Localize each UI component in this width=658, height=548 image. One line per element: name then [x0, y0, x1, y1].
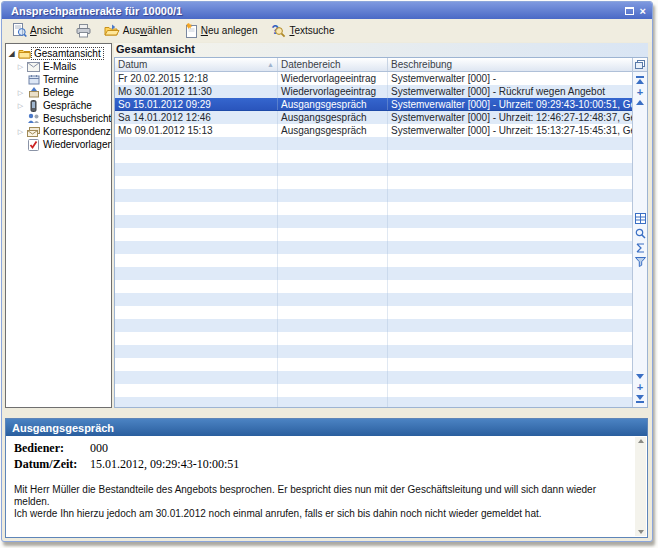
table-row-empty[interactable]: [115, 267, 632, 280]
cell: [388, 384, 632, 397]
table-row[interactable]: So 15.01.2012 09:29AusgangsgesprächSyste…: [115, 98, 632, 111]
detail-fields: Bediener: 000 Datum/Zeit: 15.01.2012, 09…: [6, 436, 647, 472]
cell: [115, 384, 278, 397]
table-row-empty[interactable]: [115, 306, 632, 319]
envelope-icon: [26, 62, 41, 72]
table-row-empty[interactable]: [115, 293, 632, 306]
table-row[interactable]: Sa 14.01.2012 12:46AusgangsgesprächSyste…: [115, 111, 632, 124]
table-row-empty[interactable]: [115, 280, 632, 293]
table-row-empty[interactable]: [115, 384, 632, 397]
grid-settings-icon[interactable]: [635, 213, 646, 224]
table-row-empty[interactable]: [115, 202, 632, 215]
tree-expanded-icon[interactable]: ◢: [6, 49, 17, 58]
cell: [115, 345, 278, 358]
sidebar-item-termine[interactable]: Termine: [6, 73, 111, 86]
sidebar-item-gespraeche[interactable]: ▷ Gespräche: [6, 99, 111, 112]
table-row-empty[interactable]: [115, 228, 632, 241]
jump-last-icon[interactable]: [636, 395, 644, 403]
table-row[interactable]: Mo 09.01.2012 15:13AusgangsgesprächSyste…: [115, 124, 632, 137]
table-row[interactable]: Mo 30.01.2012 11:30WiedervorlageeintragS…: [115, 85, 632, 98]
ansicht-button[interactable]: Ansicht: [7, 21, 68, 40]
cell: [278, 371, 388, 384]
table-row-empty[interactable]: [115, 189, 632, 202]
sidebar-item-wiedervorlagen[interactable]: Wiedervorlagen: [6, 138, 111, 151]
table-row-empty[interactable]: [115, 397, 632, 407]
sidebar-item-besuchsberichte[interactable]: Besuchsberichte: [6, 112, 111, 125]
table-row-empty[interactable]: [115, 163, 632, 176]
page-up-icon[interactable]: +: [637, 88, 643, 96]
table-row-empty[interactable]: [115, 371, 632, 384]
sidebar-item-gesamtansicht[interactable]: ◢ Gesamtansicht: [6, 47, 111, 60]
cell: [278, 202, 388, 215]
table-row-empty[interactable]: [115, 137, 632, 150]
column-header-datum[interactable]: Datum ▲: [115, 58, 278, 71]
cell: [388, 228, 632, 241]
scroll-down-icon[interactable]: [638, 530, 644, 534]
column-label: Datenbereich: [281, 59, 384, 70]
sidebar-item-belege[interactable]: ▷ Belege: [6, 86, 111, 99]
cell: [388, 332, 632, 345]
auswaehlen-button[interactable]: Auswählen: [99, 22, 177, 39]
sum-icon[interactable]: [635, 243, 646, 253]
ansicht-label: Ansicht: [30, 25, 63, 36]
cell: Mo 30.01.2012 11:30: [115, 85, 278, 98]
step-down-icon[interactable]: [636, 374, 644, 379]
table-row-empty[interactable]: [115, 215, 632, 228]
table-row-empty[interactable]: [115, 345, 632, 358]
cell: [278, 384, 388, 397]
neu-anlegen-button[interactable]: Neu anlegen: [180, 21, 263, 40]
text-search-icon: ?: [270, 24, 286, 38]
jump-first-icon[interactable]: [636, 76, 644, 84]
tree-collapsed-icon[interactable]: ▷: [15, 89, 26, 97]
cell: [278, 228, 388, 241]
cell: [278, 319, 388, 332]
cell: [115, 280, 278, 293]
cell: Systemverwalter [000] - Uhrzeit: 15:13:2…: [388, 124, 632, 137]
tree-collapsed-icon[interactable]: ▷: [15, 128, 26, 136]
sidebar-item-label: Gesamtansicht: [32, 48, 103, 59]
records-grid: Datum ▲ Datenbereich Beschreibung Fr 20.…: [114, 57, 648, 408]
restore-icon[interactable]: [625, 7, 634, 15]
cell: [278, 137, 388, 150]
detail-paragraph: Mit Herr Müller die Bestandteile des Ang…: [14, 484, 627, 508]
table-row-empty[interactable]: [115, 254, 632, 267]
table-row-empty[interactable]: [115, 332, 632, 345]
table-row-empty[interactable]: [115, 319, 632, 332]
sidebar-tree: ◢ Gesamtansicht ▷ E-Mails Termine ▷: [5, 43, 112, 408]
window-title: Ansprechpartnerakte für 10000/1: [11, 5, 625, 17]
column-header-datenbereich[interactable]: Datenbereich: [278, 58, 388, 71]
cell: [388, 176, 632, 189]
table-row-empty[interactable]: [115, 176, 632, 189]
column-label: Beschreibung: [391, 59, 629, 70]
cell: Systemverwalter [000] - Rückruf wegen An…: [388, 85, 632, 98]
detail-scrollbar[interactable]: [635, 437, 646, 536]
cell: [388, 202, 632, 215]
close-icon[interactable]: ×: [640, 6, 646, 16]
filter-icon[interactable]: [635, 257, 646, 267]
column-header-beschreibung[interactable]: Beschreibung: [388, 58, 632, 71]
table-row-empty[interactable]: [115, 358, 632, 371]
cell: [388, 163, 632, 176]
new-document-icon: [185, 23, 198, 38]
page-down-icon[interactable]: +: [637, 383, 643, 391]
table-row-empty[interactable]: [115, 241, 632, 254]
sidebar-item-label: Belege: [41, 87, 76, 98]
table-row[interactable]: Fr 20.02.2015 12:18WiedervorlageeintragS…: [115, 72, 632, 85]
tree-collapsed-icon[interactable]: ▷: [15, 63, 26, 71]
step-up-icon[interactable]: [636, 100, 644, 105]
cell: Systemverwalter [000] - Uhrzeit: 09:29:4…: [388, 98, 632, 110]
sort-asc-icon: ▲: [267, 61, 274, 68]
textsuche-button[interactable]: ? Textsuche: [265, 22, 339, 40]
column-chooser-button[interactable]: [633, 58, 647, 72]
scroll-up-icon[interactable]: [638, 439, 644, 443]
print-button[interactable]: [71, 22, 96, 40]
table-row-empty[interactable]: [115, 150, 632, 163]
search-icon[interactable]: [635, 228, 646, 239]
sidebar-item-emails[interactable]: ▷ E-Mails: [6, 60, 111, 73]
cell: [388, 319, 632, 332]
sidebar-item-korrespondenzen[interactable]: ▷ Korrespondenzen: [6, 125, 111, 138]
tree-collapsed-icon[interactable]: ▷: [15, 102, 26, 110]
cell: [388, 241, 632, 254]
cell: [278, 397, 388, 407]
auswaehlen-label: Auswählen: [123, 25, 172, 36]
